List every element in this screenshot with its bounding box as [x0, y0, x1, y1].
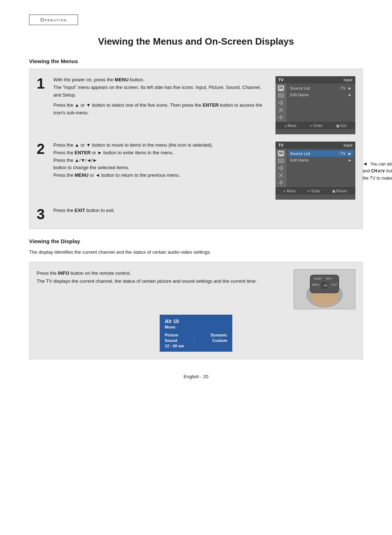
viewing-menus-heading: Viewing the Menus [29, 58, 363, 64]
tv-menu-body2: Source List : TV ► Edit Name ► [275, 149, 355, 187]
svg-rect-15 [278, 151, 283, 155]
footer-move2: ⬥ Move [283, 189, 295, 193]
tv-menu-step1: TV Input [275, 76, 355, 134]
osd-time: 12 : 00 am [165, 344, 227, 348]
tv-menu-icons2 [275, 149, 286, 187]
page-number: English - 20 [29, 374, 363, 379]
picture-icon2 [278, 158, 284, 164]
tv-menu-header2: TV Input [275, 142, 355, 149]
svg-text:MENU: MENU [312, 283, 319, 286]
source-list-item1: Source List : TV ► [289, 85, 353, 91]
tv-menu-footer2: ⬥ Move ↩ Enter ▣ Return [275, 187, 355, 195]
osd-picture-sep: : [194, 333, 195, 337]
side-note-arrow: ◄ [363, 161, 368, 167]
edit-name-item1: Edit Name ► [289, 91, 353, 98]
display-text: Press the INFO button on the remote cont… [37, 269, 286, 285]
channel-x-icon2 [278, 172, 284, 179]
step1-number: 1 [37, 76, 48, 91]
svg-rect-20 [279, 160, 283, 162]
tv-menu-items2: Source List : TV ► Edit Name ► [286, 149, 355, 187]
steps-content-box: 1 With the power on, press the MENU butt… [29, 69, 363, 229]
viewing-menus-section: Viewing the Menus 1 With the power on, p… [29, 58, 363, 229]
svg-text:EXIT: EXIT [332, 283, 338, 286]
input-icon2 [278, 150, 284, 157]
osd-picture-row: Picture : Dynamic [165, 333, 227, 337]
menu-bold1: MENU [115, 77, 128, 82]
step2-text: Press the ▲ or ▼ button to move to items… [53, 142, 268, 200]
setup-icon [278, 114, 284, 121]
side-note: ◄ You can also use the MENU, VOL+/− and … [363, 160, 392, 182]
viewing-display-section: Viewing the Display The display identifi… [29, 238, 363, 359]
step3-text: Press the EXIT button to exit. [53, 207, 355, 215]
footer-enter2: ↩ Enter [307, 189, 320, 193]
tv-menu-footer1: ⬥ Move ↩ Enter ▣ Exit [275, 122, 355, 129]
viewing-display-heading: Viewing the Display [29, 238, 363, 244]
osd-sound-sep: : [194, 338, 195, 343]
input-label2: Input [344, 143, 352, 147]
svg-rect-5 [279, 94, 283, 97]
source-list-label1: Source List [290, 86, 310, 90]
edit-name-item2: Edit Name ► [289, 157, 353, 163]
osd-picture-value: Dynamic [211, 333, 227, 337]
step1-content: With the power on, press the MENU button… [53, 76, 355, 134]
setup-icon2 [278, 179, 284, 186]
source-list-value1: : TV ► [338, 86, 352, 90]
osd-sound-label: Sound [165, 338, 177, 343]
footer-return2: ▣ Return [332, 189, 347, 193]
svg-marker-6 [279, 101, 282, 105]
osd-wrapper: Air 10 Mono Picture : Dynamic Sound : Cu… [37, 315, 355, 352]
enter-bold2: ENTER [75, 150, 91, 155]
step3-number: 3 [37, 207, 48, 221]
picture-icon [278, 92, 284, 99]
channel-x-icon [278, 107, 284, 113]
input-icon [278, 85, 284, 91]
svg-text:INFO: INFO [326, 277, 331, 280]
svg-point-25 [281, 182, 281, 183]
osd-sound-value: Custom [212, 338, 227, 343]
osd-mono: Mono [165, 325, 227, 329]
display-content-row: Press the INFO button on the remote cont… [37, 269, 355, 309]
svg-text:OK: OK [323, 284, 328, 287]
footer-move1: ⬥ Move [285, 124, 297, 128]
step2-content: Press the ▲ or ▼ button to move to items… [53, 142, 355, 200]
footer-exit1: ▣ Exit [336, 124, 346, 128]
info-bold: INFO [58, 270, 69, 276]
step1-row: 1 With the power on, press the MENU butt… [37, 76, 355, 134]
tv-menu-body1: Source List : TV ► Edit Name ► [275, 83, 355, 122]
step2-number: 2 [37, 142, 48, 156]
osd-sound-row: Sound : Custom [165, 338, 227, 343]
enter-bold1: ENTER [203, 102, 219, 108]
input-label1: Input [344, 78, 352, 82]
edit-name-label2: Edit Name [290, 158, 309, 162]
osd-channel: Air 10 [165, 318, 227, 324]
display-content-box: Press the INFO button on the remote cont… [29, 262, 363, 359]
step2-row: 2 Press the ▲ or ▼ button to move to ite… [37, 142, 355, 200]
svg-rect-0 [278, 86, 283, 90]
source-list-item2: Source List : TV ► [289, 150, 353, 157]
menu-bold2: MENU [75, 172, 89, 178]
sound-icon2 [278, 165, 284, 171]
tv-menu-step2: TV Input [275, 142, 355, 200]
step3-row: 3 Press the EXIT button to exit. [37, 207, 355, 221]
page-title: Viewing the Menus and On-Screen Displays [29, 36, 363, 47]
tv-menu-items1: Source List : TV ► Edit Name ► [286, 83, 355, 122]
display-paragraph: The display identifies the current chann… [29, 249, 363, 256]
tv-menu-header1: TV Input [275, 76, 355, 83]
edit-name-arrow2: ► [348, 158, 352, 162]
tv-label2: TV [278, 143, 283, 147]
operation-label: Operation [29, 15, 78, 25]
source-list-value2: : TV ► [338, 151, 352, 156]
remote-illustration: SLEEP INFO MENU EXIT OK [294, 269, 355, 309]
svg-text:SLEEP: SLEEP [314, 277, 322, 280]
svg-point-10 [281, 117, 281, 118]
tv-label1: TV [278, 78, 283, 82]
tv-menu-icons1 [275, 83, 286, 122]
source-list-label2: Source List [290, 151, 310, 156]
step1-text: With the power on, press the MENU button… [53, 76, 268, 134]
edit-name-arrow1: ► [348, 93, 352, 97]
osd-box: Air 10 Mono Picture : Dynamic Sound : Cu… [160, 315, 232, 352]
edit-name-label1: Edit Name [290, 93, 309, 97]
exit-bold: EXIT [75, 208, 85, 213]
footer-enter1: ↩ Enter [310, 124, 323, 128]
svg-marker-21 [279, 166, 282, 170]
